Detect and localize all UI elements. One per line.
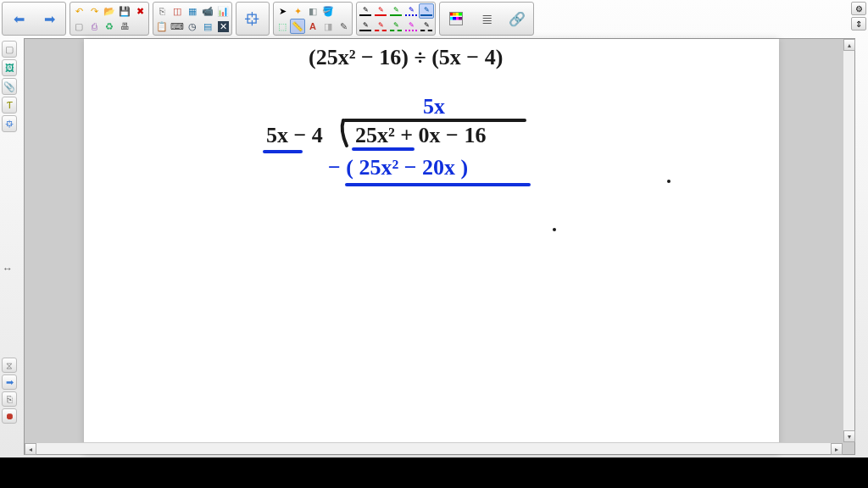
- resize-handle[interactable]: ↔: [3, 263, 14, 274]
- main-toolbar: ⬅ ➡ ↶ ↷ 📂 💾 ✖ ▢ ⎙ ♻ 🖶 ⎘ ◫ ▦: [2, 2, 534, 36]
- horizontal-scrollbar[interactable]: ◂ ▸: [25, 442, 843, 454]
- pen-magenta-button[interactable]: ✎: [403, 19, 419, 34]
- open-button[interactable]: 📂: [102, 3, 117, 19]
- recycle-icon: ♻: [105, 21, 114, 32]
- eraser-g-button[interactable]: ◧: [305, 3, 320, 19]
- grid-button[interactable]: ▦: [185, 3, 200, 19]
- misc-group: ≣ 🔗: [439, 2, 534, 36]
- puzzle-group: ⯐: [236, 2, 270, 36]
- settings-button[interactable]: ⚙: [851, 2, 866, 15]
- eraser-white-icon: ◨: [324, 21, 332, 32]
- back-button[interactable]: ⬅: [3, 3, 34, 34]
- expand-vert-button[interactable]: ⇕: [851, 17, 866, 30]
- pen-line-icon: [420, 30, 432, 31]
- quotient-text: 5x: [423, 94, 445, 119]
- pen-green-button[interactable]: ✎: [388, 3, 403, 19]
- pen-black-dash-button[interactable]: ✎: [419, 19, 434, 34]
- addon-button[interactable]: ⯐: [237, 3, 268, 34]
- pen-red-dash-button[interactable]: ✎: [373, 19, 388, 34]
- chevron-left-icon: ◂: [29, 446, 32, 453]
- link-button[interactable]: 🔗: [502, 3, 532, 34]
- line-options-button[interactable]: ≣: [471, 3, 502, 34]
- recycle-button[interactable]: ♻: [102, 19, 117, 34]
- webcam-button[interactable]: 📹: [200, 3, 215, 19]
- scroll-up-button[interactable]: ▴: [843, 39, 855, 51]
- close-x-button[interactable]: ✕: [215, 19, 231, 34]
- print-button[interactable]: 🖶: [117, 19, 132, 34]
- webcam-icon: 📹: [202, 6, 214, 17]
- whiteboard-canvas[interactable]: (25x² − 16) ÷ (5x − 4) 5x 5x − 4 25x² + …: [84, 39, 779, 454]
- keyboard-button[interactable]: ⌨: [170, 19, 185, 34]
- bottom-sidebar: ⧖ ➡ ⎘ ⏺: [2, 358, 19, 424]
- insert-group: ⎘ ◫ ▦ 📹 📊 📋 ⌨ ◷ ▤ ✕: [153, 2, 232, 36]
- side-image-button[interactable]: 🖼: [2, 59, 17, 76]
- division-curve: [342, 120, 347, 146]
- side-record-button[interactable]: ⏺: [2, 408, 17, 424]
- stray-dot-1: [667, 180, 670, 183]
- side-copy-button[interactable]: ⎘: [2, 391, 17, 407]
- pen-line-icon: [359, 30, 371, 31]
- side-text-button[interactable]: Ƭ: [2, 97, 17, 114]
- problem-text: (25x² − 16) ÷ (5x − 4): [309, 45, 503, 69]
- pen-marker-icon: ✎: [378, 6, 384, 14]
- pen-line-icon: [405, 14, 417, 16]
- undo-button[interactable]: ↶: [71, 3, 86, 19]
- subtract-text: − ( 25x² − 20x ): [328, 155, 468, 180]
- side-clip-button[interactable]: 📎: [2, 78, 17, 95]
- scroll-down-button[interactable]: ▾: [843, 430, 855, 442]
- chevron-up-icon: ▴: [848, 42, 851, 49]
- folder-icon: 📂: [103, 6, 115, 17]
- table-button[interactable]: ▤: [200, 19, 215, 34]
- forward-button[interactable]: ➡: [34, 3, 64, 34]
- eyedropper-button[interactable]: ✎: [336, 19, 351, 34]
- dividend-text: 25x² + 0x − 16: [355, 123, 486, 147]
- ruler-button[interactable]: 📏: [290, 19, 305, 34]
- pen-black-button[interactable]: ✎: [358, 19, 373, 34]
- pen-red-button[interactable]: ✎: [373, 3, 388, 19]
- clock-button[interactable]: ◷: [185, 19, 200, 34]
- chevron-right-icon: ▸: [835, 446, 838, 453]
- link-icon: 🔗: [509, 11, 526, 27]
- pen-marker-icon: ✎: [393, 21, 399, 29]
- spotlight-button[interactable]: ✦: [290, 3, 305, 19]
- side-arrow-button[interactable]: ➡: [2, 374, 17, 390]
- new-page-button[interactable]: ▢: [71, 19, 86, 34]
- paste-button[interactable]: 📋: [154, 19, 170, 34]
- screenshot-button[interactable]: ⎙: [86, 19, 102, 34]
- arrow-left-icon: ⬅: [14, 11, 25, 27]
- cursor-button[interactable]: ➤: [275, 3, 290, 19]
- chevron-down-icon: ▾: [848, 433, 851, 441]
- copy-icon: ⎘: [159, 6, 165, 16]
- copy-button[interactable]: ⎘: [154, 3, 170, 19]
- camera-icon: ⎙: [92, 21, 97, 31]
- pen-marker-icon: ✎: [424, 6, 430, 14]
- pen-green-dash-button[interactable]: ✎: [388, 19, 403, 34]
- shapes-button[interactable]: ◫: [170, 3, 185, 19]
- save-button[interactable]: 💾: [117, 3, 132, 19]
- side-page-button[interactable]: ▢: [2, 41, 17, 58]
- scroll-right-button[interactable]: ▸: [831, 443, 843, 455]
- gear-icon: ⚙: [855, 4, 863, 14]
- scroll-left-button[interactable]: ◂: [25, 443, 36, 455]
- redo-button[interactable]: ↷: [86, 3, 102, 19]
- text-a-button[interactable]: A: [305, 19, 320, 34]
- vertical-scrollbar[interactable]: ▴ ▾: [843, 39, 854, 442]
- side-puzzle-button[interactable]: ⯐: [2, 115, 17, 132]
- text-tool-icon: Ƭ: [7, 100, 13, 111]
- poll-button[interactable]: 📊: [215, 3, 231, 19]
- divisor-text: 5x − 4: [266, 123, 323, 147]
- color-grid-button[interactable]: [441, 3, 471, 34]
- cursor-icon: ➤: [279, 6, 287, 17]
- select-button[interactable]: ⬚: [275, 19, 290, 34]
- poll-icon: 📊: [217, 6, 229, 17]
- eraser-w-button[interactable]: ◨: [320, 19, 336, 34]
- pen-marker-icon: ✎: [393, 6, 399, 14]
- pen-blue-dot-button[interactable]: ✎: [403, 3, 419, 19]
- bucket-icon: 🪣: [322, 6, 334, 17]
- bucket-button[interactable]: 🪣: [320, 3, 336, 19]
- pen-black-thin-button[interactable]: ✎: [358, 3, 373, 19]
- delete-button[interactable]: ✖: [132, 3, 147, 19]
- redo-icon: ↷: [91, 6, 98, 17]
- side-time-button[interactable]: ⧖: [2, 358, 17, 373]
- pen-blue-thick-button[interactable]: ✎: [419, 3, 434, 19]
